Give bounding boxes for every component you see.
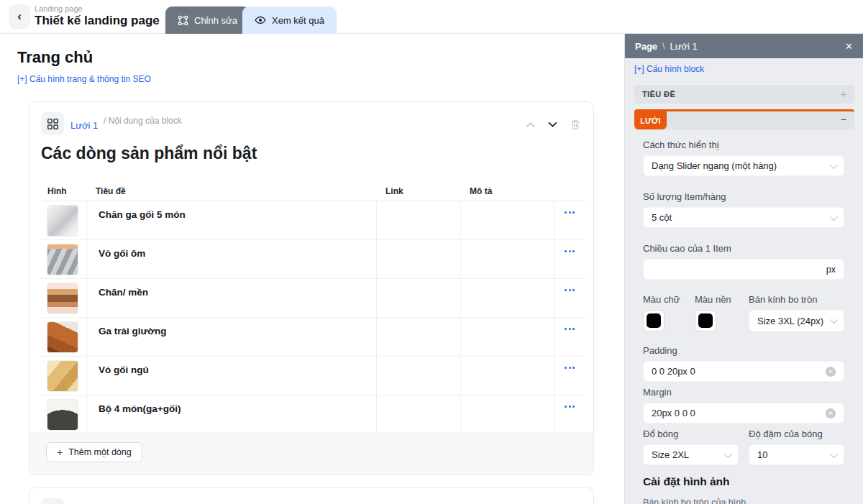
- ellipsis-icon: [565, 250, 575, 252]
- row-title-cell[interactable]: Ga trải giường: [87, 318, 377, 356]
- row-image-cell[interactable]: [40, 240, 87, 278]
- items-per-row-label: Số lượng Item/hàng: [643, 191, 726, 202]
- row-menu-button[interactable]: [554, 357, 585, 395]
- grid-section-badge: LƯỚI: [634, 111, 667, 129]
- table-row: Vỏ gối ngủ: [40, 357, 585, 395]
- top-bar: ‹ Landing page Thiết kế landing page Chỉ…: [0, 0, 863, 34]
- shadow-select[interactable]: Size 2XL: [643, 444, 739, 465]
- block-name-link[interactable]: Lưới 1: [70, 120, 98, 131]
- row-link-cell[interactable]: [377, 201, 461, 239]
- row-menu-button[interactable]: [554, 318, 585, 356]
- row-link-cell[interactable]: [377, 395, 461, 434]
- breadcrumb-root[interactable]: Page: [635, 41, 657, 52]
- table-row: Chăn ga gối 5 món: [40, 201, 585, 240]
- margin-input[interactable]: 20px 0 0 0 ✕: [643, 403, 844, 423]
- back-button[interactable]: ‹: [9, 4, 30, 29]
- block-content-label: / Nội dung của block: [104, 116, 182, 126]
- row-desc-cell[interactable]: [461, 318, 554, 356]
- card-footer: + Thêm một dòng: [29, 432, 593, 474]
- block-card-grid: Lưới 1 / Nội dung của block Các dòng sản…: [29, 101, 594, 475]
- border-radius-label: Bán kính bo tròn: [749, 294, 817, 305]
- editor-canvas: Trang chủ [+] Cấu hình trang & thông tin…: [0, 34, 624, 504]
- tab-edit-label: Chỉnh sửa: [194, 15, 237, 26]
- shadow-opacity-select[interactable]: 10: [749, 444, 844, 465]
- clear-icon[interactable]: ✕: [826, 367, 836, 377]
- row-link-cell[interactable]: [377, 279, 461, 317]
- tab-view-result[interactable]: Xem kết quả: [242, 6, 337, 34]
- display-mode-label: Cách thức hiển thị: [643, 139, 719, 150]
- accordion-title-label: TIÊU ĐỀ: [642, 90, 675, 98]
- row-menu-button[interactable]: [554, 240, 585, 278]
- seo-config-link[interactable]: [+] Cấu hình trang & thông tin SEO: [17, 74, 151, 84]
- breadcrumb-current: Lưới 1: [670, 41, 697, 52]
- shadow-opacity-label: Độ đậm của bóng: [749, 429, 823, 439]
- item-height-label: Chiều cao của 1 Item: [643, 243, 731, 254]
- product-image: [47, 283, 78, 314]
- items-per-row-select[interactable]: 5 cột: [643, 207, 844, 228]
- row-desc-cell[interactable]: [461, 201, 554, 239]
- row-menu-button[interactable]: [554, 395, 585, 434]
- table-row: Vỏ gối ôm: [40, 240, 585, 279]
- accordion-title-section[interactable]: TIÊU ĐỀ +: [634, 85, 854, 104]
- text-color-swatch[interactable]: [643, 310, 665, 331]
- ellipsis-icon: [565, 406, 575, 408]
- item-height-input[interactable]: px: [643, 259, 844, 280]
- items-per-row-value: 5 cột: [652, 212, 672, 223]
- move-up-icon[interactable]: [526, 122, 535, 128]
- padding-input[interactable]: 0 0 20px 0 ✕: [643, 361, 844, 382]
- clear-icon[interactable]: ✕: [826, 408, 836, 418]
- display-mode-select[interactable]: Dạng Slider ngang (một hàng): [643, 155, 844, 176]
- crop-selection-icon: [178, 15, 188, 26]
- tab-edit[interactable]: Chỉnh sửa: [165, 6, 250, 34]
- block-config-link[interactable]: [+] Cấu hình block: [634, 64, 704, 74]
- row-desc-cell[interactable]: [461, 357, 554, 395]
- add-row-button[interactable]: + Thêm một dòng: [46, 442, 142, 462]
- sidebar-breadcrumb-bar: Page \ Lưới 1 ✕: [625, 34, 863, 58]
- landing-page-name: Trang chủ: [17, 48, 93, 67]
- bg-color-swatch[interactable]: [695, 310, 716, 331]
- row-title-cell[interactable]: Bộ 4 món(ga+gối): [87, 395, 377, 434]
- row-link-cell[interactable]: [377, 240, 461, 278]
- display-mode-value: Dạng Slider ngang (một hàng): [652, 160, 777, 171]
- move-down-icon[interactable]: [548, 122, 557, 128]
- row-title-cell[interactable]: Chăn/ mền: [87, 279, 377, 317]
- row-link-cell[interactable]: [377, 357, 461, 395]
- padding-label: Padding: [643, 345, 677, 356]
- row-desc-cell[interactable]: [461, 395, 554, 434]
- row-image-cell[interactable]: [40, 201, 87, 239]
- product-image: [47, 244, 78, 275]
- content-table: Hình Tiêu đề Link Mô tả Chăn ga gối 5 mó…: [40, 182, 585, 434]
- banner-image-icon: [41, 498, 64, 504]
- row-desc-cell[interactable]: [461, 240, 554, 278]
- row-image-cell[interactable]: [40, 357, 87, 395]
- accordion-grid-section[interactable]: LƯỚI −: [634, 109, 854, 130]
- trash-icon[interactable]: [570, 119, 580, 130]
- shadow-value: Size 2XL: [652, 449, 689, 460]
- row-menu-button[interactable]: [554, 279, 585, 317]
- row-desc-cell[interactable]: [461, 279, 554, 317]
- breadcrumb-separator: \: [662, 41, 665, 51]
- grid-block-icon: [41, 112, 64, 135]
- col-header-desc: Mô tả: [461, 186, 554, 196]
- col-header-link: Link: [377, 186, 461, 196]
- eye-icon: [255, 14, 266, 26]
- row-title-cell[interactable]: Chăn ga gối 5 món: [87, 201, 377, 239]
- page-title: Thiết kế landing page: [35, 14, 160, 28]
- margin-label: Margin: [643, 387, 672, 398]
- padding-value: 0 0 20px 0: [652, 366, 695, 377]
- ellipsis-icon: [565, 211, 575, 214]
- close-icon[interactable]: ✕: [845, 41, 853, 52]
- shadow-label: Đổ bóng: [643, 429, 678, 439]
- row-image-cell[interactable]: [40, 395, 87, 434]
- row-image-cell[interactable]: [40, 279, 87, 317]
- row-link-cell[interactable]: [377, 318, 461, 356]
- border-radius-select[interactable]: Size 3XL (24px): [749, 310, 844, 331]
- plus-icon: +: [57, 446, 63, 458]
- block-actions: [526, 119, 580, 130]
- ellipsis-icon: [565, 289, 575, 291]
- row-menu-button[interactable]: [554, 201, 585, 239]
- minus-icon: −: [841, 114, 846, 125]
- row-image-cell[interactable]: [40, 318, 87, 356]
- row-title-cell[interactable]: Vỏ gối ôm: [87, 240, 377, 278]
- row-title-cell[interactable]: Vỏ gối ngủ: [87, 357, 377, 395]
